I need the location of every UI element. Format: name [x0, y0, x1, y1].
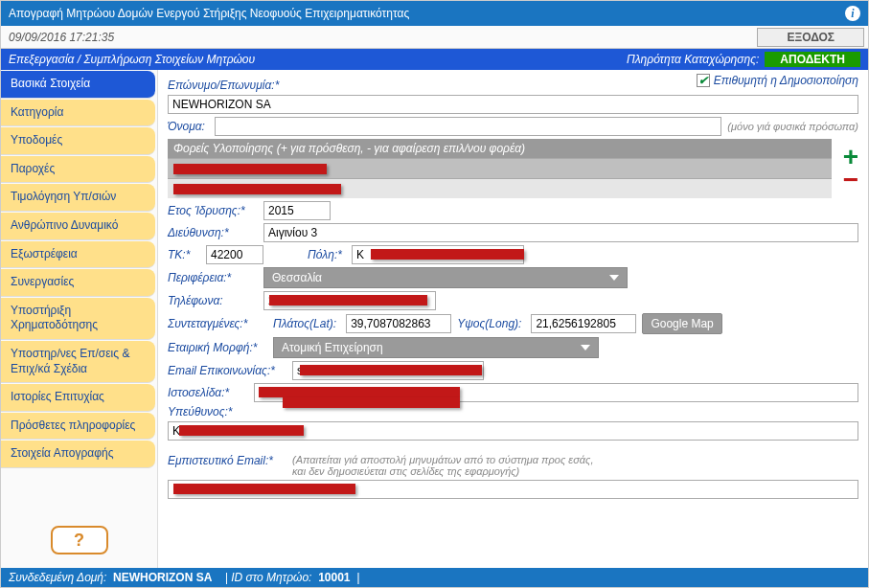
- tab-category[interactable]: Κατηγορία: [1, 100, 155, 127]
- lat-label: Πλάτος(Lat):: [273, 317, 336, 330]
- minus-icon[interactable]: −: [843, 170, 858, 190]
- status-badge: ΑΠΟΔΕΚΤΗ: [765, 52, 860, 67]
- addr-label: Διεύθυνση:*: [168, 226, 254, 239]
- tab-services[interactable]: Παροχές: [1, 156, 155, 184]
- exit-button[interactable]: ΕΞΟΔΟΣ: [757, 28, 864, 47]
- morf-value: Ατομική Επιχείρηση: [282, 341, 383, 354]
- site-label: Ιστοσελίδα:*: [168, 386, 244, 399]
- tab-basic[interactable]: Βασικά Στοιχεία: [1, 71, 155, 99]
- footer-label1: Συνδεδεμένη Δομή:: [9, 571, 106, 584]
- sub-header: Επεξεργασία / Συμπλήρωση Στοιχείων Μητρώ…: [1, 49, 868, 70]
- tab-infra[interactable]: Υποδομές: [1, 127, 155, 155]
- tab-hr[interactable]: Ανθρώπινο Δυναμικό: [1, 213, 155, 240]
- title-bar: Απογραφή Μητρώου Δομών Ενεργού Στήριξης …: [1, 1, 868, 26]
- plus-icon[interactable]: +: [843, 147, 858, 167]
- help-button[interactable]: ?: [51, 526, 108, 554]
- onoma-hint: (μόνο γιά φυσικά πρόσωπα): [727, 121, 858, 132]
- tab-supported[interactable]: Υποστηρ/νες Επ/σεις & Επιχ/κά Σχέδια: [1, 341, 155, 383]
- tk-label: ΤΚ:*: [168, 248, 196, 261]
- resp-input[interactable]: [168, 421, 858, 441]
- top-row: 09/09/2016 17:21:35 ΕΞΟΔΟΣ: [1, 26, 868, 49]
- tab-census[interactable]: Στοιχεία Απογραφής: [1, 441, 155, 468]
- tab-success[interactable]: Ιστορίες Επιτυχίας: [1, 384, 155, 412]
- lat-input[interactable]: [346, 314, 451, 333]
- publish-toggle[interactable]: ✔ Επιθυμητή η Δημοσιοποίηση: [697, 74, 858, 87]
- resp-label: Υπεύθυνος:*: [168, 405, 244, 418]
- lon-label: Υψος(Long):: [457, 317, 521, 330]
- tab-finance[interactable]: Υποστήριξη Χρηματοδότησης: [1, 298, 155, 340]
- completeness-label: Πληρότητα Καταχώρησης:: [627, 53, 759, 66]
- agencies-header: Φορείς Υλοποίησης (+ για πρόσθεση, - για…: [168, 139, 832, 158]
- onoma-input[interactable]: [215, 117, 721, 136]
- tel-label: Τηλέφωνα:: [168, 294, 254, 307]
- perifereia-select[interactable]: Θεσσαλία: [263, 267, 628, 288]
- agency-item-2[interactable]: xxxxxxxxxxxxxxxxxxxxxxxxxx2: [168, 178, 832, 198]
- email-input[interactable]: [292, 361, 484, 380]
- email-label: Email Επικοινωνίας:*: [168, 364, 283, 377]
- footer: Συνδεδεμένη Δομή: NEWHORIZON SA | ID στο…: [1, 568, 868, 587]
- footer-label2: | ID στο Μητρώο:: [225, 571, 312, 584]
- conf-hint1: (Απαιτείται γιά αποστολή μηνυμάτων από τ…: [292, 454, 593, 465]
- site-input[interactable]: [254, 383, 858, 402]
- info-icon[interactable]: i: [845, 6, 860, 21]
- tab-extro[interactable]: Εξωστρέφεια: [1, 241, 155, 269]
- footer-org: NEWHORIZON SA: [113, 571, 212, 584]
- perifereia-value: Θεσσαλία: [272, 271, 322, 284]
- eponymo-label: Επώνυμο/Επωνυμία:*: [168, 79, 283, 92]
- app-title: Απογραφή Μητρώου Δομών Ενεργού Στήριξης …: [9, 7, 409, 20]
- chevron-down-icon: [609, 275, 619, 281]
- addr-input[interactable]: [263, 223, 858, 242]
- tab-extra[interactable]: Πρόσθετες πληροφορίες: [1, 413, 155, 441]
- morf-select[interactable]: Ατομική Επιχείρηση: [273, 337, 599, 358]
- tab-pricing[interactable]: Τιμολόγηση Υπ/σιών: [1, 184, 155, 212]
- lon-input[interactable]: [531, 314, 636, 333]
- morf-label: Εταιρική Μορφή:*: [168, 341, 263, 354]
- eponymo-input[interactable]: [168, 95, 858, 114]
- check-icon: ✔: [697, 74, 710, 87]
- conf-label: Εμπιστευτικό Email:*: [168, 454, 283, 467]
- agency-item-1[interactable]: xxxxxxxxxxxxxxxxxxxxxxt 1: [168, 158, 832, 178]
- poli-label: Πόλη:*: [308, 248, 342, 261]
- poli-input[interactable]: [352, 245, 524, 264]
- timestamp: 09/09/2016 17:21:35: [9, 31, 114, 44]
- coords-label: Συντεταγμένες:*: [168, 317, 263, 330]
- google-map-button[interactable]: Google Map: [642, 313, 721, 334]
- etos-input[interactable]: [263, 201, 331, 220]
- conf-hint2: και δεν δημοσιεύεται στις σελίδες της εφ…: [292, 465, 593, 477]
- sidebar: Βασικά Στοιχεία Κατηγορία Υποδομές Παροχ…: [1, 70, 158, 568]
- main-form: ✔ Επιθυμητή η Δημοσιοποίηση Επώνυμο/Επων…: [158, 70, 868, 568]
- footer-id: 10001: [318, 571, 350, 584]
- perifereia-label: Περιφέρεια:*: [168, 271, 254, 284]
- footer-end: |: [356, 571, 359, 584]
- tab-collab[interactable]: Συνεργασίες: [1, 269, 155, 297]
- agencies-box: Φορείς Υλοποίησης (+ για πρόσθεση, - για…: [168, 139, 832, 198]
- publish-label: Επιθυμητή η Δημοσιοποίηση: [714, 74, 858, 87]
- tel-input[interactable]: [263, 291, 436, 310]
- onoma-label: Όνομα:: [168, 120, 205, 133]
- tk-input[interactable]: [206, 245, 263, 264]
- conf-input[interactable]: [168, 480, 858, 499]
- subhead-left: Επεξεργασία / Συμπλήρωση Στοιχείων Μητρώ…: [9, 53, 627, 66]
- chevron-down-icon: [581, 345, 590, 351]
- etos-label: Ετος Ίδρυσης:*: [168, 204, 254, 217]
